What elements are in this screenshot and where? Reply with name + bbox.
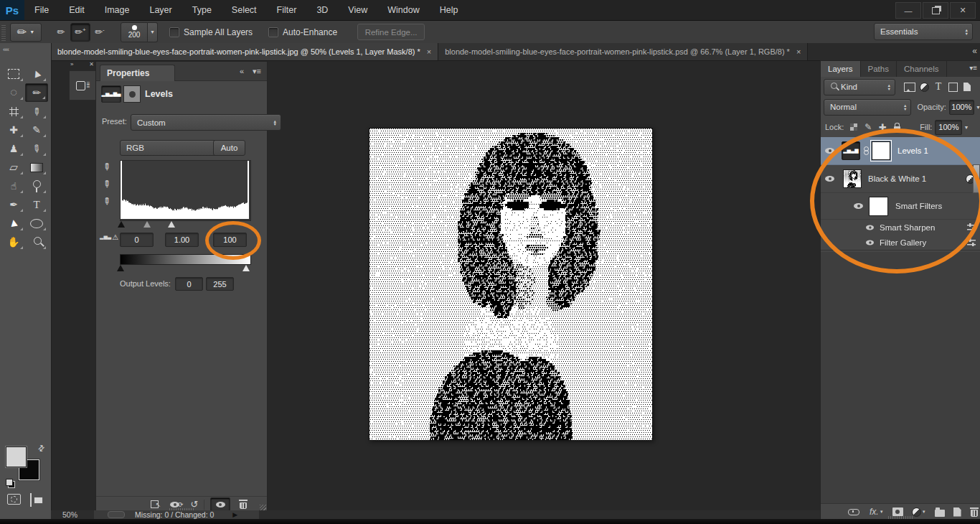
gray-point-eyedropper-icon[interactable]: ✐ [100,177,113,190]
spot-healing-brush-tool[interactable]: ✚ [2,121,25,139]
lock-pixels-icon[interactable]: ✎ [861,121,875,134]
visibility-eye-icon[interactable] [866,225,874,230]
layer-row-black-white-1[interactable]: Black & White 1 [821,165,980,193]
minimize-button[interactable]: — [895,2,921,19]
path-selection-tool[interactable]: ▶ [2,214,25,233]
gradient-tool[interactable] [25,158,48,177]
output-highlight-slider[interactable] [242,265,250,271]
lock-position-icon[interactable]: ✚ [875,121,890,134]
opacity-dropdown-arrow[interactable]: ▼ [976,105,980,110]
lock-transparency-icon[interactable] [847,121,861,134]
input-gamma-field[interactable]: 1.00 [165,233,199,247]
rectangular-marquee-tool[interactable] [2,65,25,83]
refine-edge-button[interactable]: Refine Edge... [357,24,425,40]
collapsed-panel-button[interactable]: ≡≡ [69,70,97,100]
default-colors-icon[interactable] [6,479,15,488]
fill-field[interactable]: 100% [935,120,962,135]
lock-all-icon[interactable] [890,121,904,134]
document-tab-2[interactable]: blonde-model-smiling-blue-eyes-face-port… [438,43,808,60]
type-tool[interactable]: T [25,195,48,214]
fill-dropdown-arrow[interactable]: ▼ [963,125,969,130]
layer-row-filter-gallery[interactable]: Filter Gallery [821,235,980,251]
close-button[interactable]: ✕ [950,2,976,19]
input-shadow-field[interactable]: 0 [120,233,154,247]
view-previous-state-icon[interactable]: ⟳ [170,501,184,508]
input-gamma-slider[interactable] [143,221,151,228]
new-layer-icon[interactable] [953,507,961,517]
visibility-eye-icon[interactable] [866,240,874,245]
layer-row-smart-filters[interactable]: Smart Filters [821,193,980,220]
dodge-tool[interactable] [25,177,48,195]
clone-stamp-tool[interactable]: ♟ [2,139,25,158]
opacity-field[interactable]: 100% [949,100,974,115]
layer-row-smart-sharpen[interactable]: Smart Sharpen [821,220,980,235]
add-layer-mask-icon[interactable] [892,507,903,516]
document-tab-2-close-icon[interactable]: × [796,47,801,56]
filter-type-layers-icon[interactable]: T [931,80,946,93]
input-highlight-field[interactable]: 100 [213,233,247,247]
input-highlight-slider[interactable] [168,221,175,228]
current-tool-preview[interactable]: ✏ ▼ [10,23,42,42]
output-shadow-field[interactable]: 0 [175,277,203,291]
white-point-eyedropper-icon[interactable]: ✐ [100,194,113,207]
menu-image[interactable]: Image [95,0,140,20]
swap-colors-icon[interactable]: ⇄ [36,443,47,454]
collapse-panels-icon[interactable]: « [972,46,976,56]
menu-type[interactable]: Type [182,0,222,20]
pen-tool[interactable]: ✒ [2,195,25,214]
menu-view[interactable]: View [338,0,377,20]
smudge-tool[interactable]: ☝ [2,177,25,195]
link-layers-icon[interactable] [848,509,859,515]
layer-row-levels-1[interactable]: ▂▅▃▆ Levels 1 [821,137,980,165]
brush-tool[interactable]: ✎ [25,121,48,139]
layer-name[interactable]: Smart Filters [895,202,942,210]
tab-channels[interactable]: Channels [897,61,947,77]
layer-thumbnail-black-white[interactable] [843,169,862,188]
dock-close-icon[interactable]: ✕ [89,61,94,69]
layer-name[interactable]: Black & White 1 [868,174,926,183]
filter-shape-layers-icon[interactable] [946,80,960,93]
filter-name[interactable]: Filter Gallery [880,238,926,247]
zoom-level[interactable]: 50% [62,510,77,519]
tab-paths[interactable]: Paths [861,61,897,77]
filter-blending-options-icon[interactable] [967,223,976,231]
new-group-icon[interactable] [935,507,945,517]
zoom-tool[interactable] [25,233,48,251]
clip-to-layer-icon[interactable]: ↖ [150,500,161,508]
blend-mode-dropdown[interactable]: Normal ▲▼ [824,99,911,116]
visibility-eye-icon[interactable] [825,176,834,182]
screen-mode-button[interactable] [30,494,32,507]
input-shadow-slider[interactable] [118,221,125,228]
toggle-visibility-button[interactable] [210,497,230,511]
document-image[interactable] [369,128,653,441]
new-selection-mode-button[interactable]: ✏ [52,24,70,41]
auto-enhance-checkbox[interactable] [268,27,278,37]
foreground-color-swatch[interactable] [6,446,27,467]
tab-layers[interactable]: Layers [821,61,861,77]
dock-expand-icon[interactable]: » [70,61,73,69]
filter-adjustment-layers-icon[interactable] [917,80,931,93]
filter-blending-options-icon[interactable] [967,238,976,246]
output-shadow-slider[interactable] [117,265,124,271]
auto-button[interactable]: Auto [213,140,245,156]
move-tool[interactable]: ▶ [25,65,48,83]
visibility-eye-icon[interactable] [854,203,863,209]
panel-menu-icon[interactable]: ▾≡ [253,67,261,76]
quick-mask-button[interactable] [7,494,21,505]
add-to-selection-mode-button[interactable]: ✏+ [70,23,90,42]
hand-tool[interactable]: ✋ [2,233,25,251]
properties-tab[interactable]: Properties [100,65,175,81]
history-brush-tool[interactable]: ✎ [25,139,48,158]
layer-name[interactable]: Levels 1 [897,146,928,155]
restore-button[interactable] [923,2,948,19]
preset-dropdown[interactable]: Custom ▲▼ [131,114,281,131]
black-point-eyedropper-icon[interactable]: ✐ [100,159,113,172]
subtract-from-selection-mode-button[interactable]: ✏- [90,24,109,41]
quick-selection-tool[interactable]: ✏ [25,83,48,102]
brush-size-picker[interactable]: 200 [121,22,148,42]
filter-kind-dropdown[interactable]: Kind ▲▼ [824,79,895,95]
layer-mask-thumbnail[interactable] [872,141,890,160]
options-bar-gripper[interactable] [1,24,6,41]
lasso-tool[interactable]: ◌ [2,83,25,102]
workspace-switcher[interactable]: Essentials ▲▼ [874,23,973,40]
